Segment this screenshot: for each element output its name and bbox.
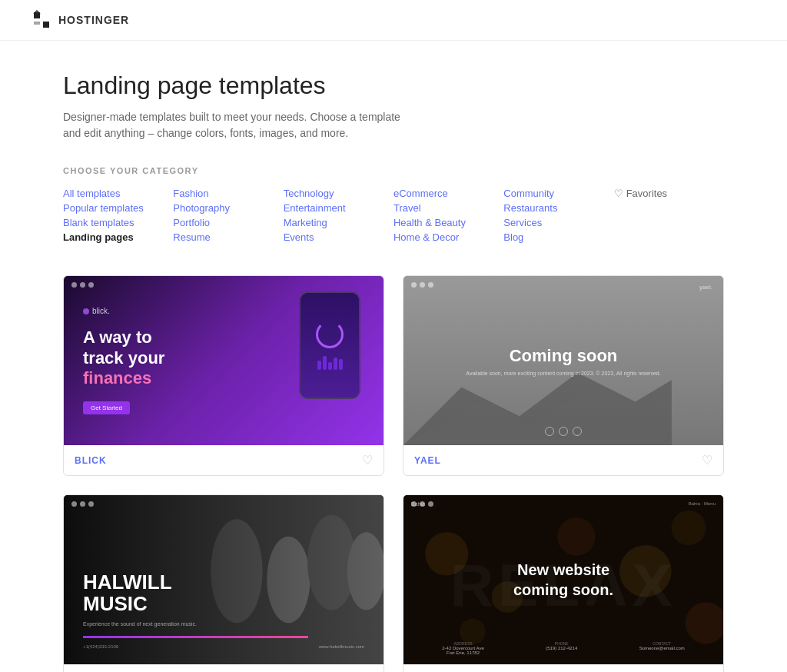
favorite-button-yael[interactable]: ♡ — [702, 453, 712, 467]
yael-preview-content: yael. Coming soon Available soon, more e… — [403, 276, 723, 445]
preview-dots-halwill — [71, 501, 94, 507]
category-favorites[interactable]: ♡ Favorites — [614, 186, 724, 201]
yael-logo: yael. — [699, 284, 712, 291]
page-title: Landing page templates — [63, 72, 724, 100]
preview-dots-blick — [71, 282, 94, 288]
blick-phone-mockup — [299, 291, 360, 399]
template-card-halwill[interactable]: HALWILLMUSIC Experience the sound of nex… — [63, 494, 384, 672]
category-restaurants[interactable]: Restaurants — [503, 201, 613, 215]
header: HOSTINGER — [0, 0, 787, 41]
favorites-label: Favorites — [626, 188, 667, 199]
category-photography[interactable]: Photography — [173, 201, 283, 215]
heart-icon: ♡ — [614, 188, 623, 199]
category-blog[interactable]: Blog — [503, 230, 613, 245]
category-landing-pages[interactable]: Landing pages — [63, 230, 173, 245]
category-ecommerce[interactable]: eCommerce — [394, 186, 503, 201]
blick-logo: blick. — [83, 307, 110, 315]
category-community[interactable]: Community — [503, 186, 613, 201]
template-footer-halwill: HALWILL ♡ — [64, 664, 384, 672]
yael-headline: Coming soon — [466, 346, 660, 366]
bahia-addr-2: Phone (519) 212-4214 — [546, 641, 577, 655]
category-col-2: Fashion Photography Portfolio Resume — [173, 186, 283, 245]
template-footer-bahia: BAHIA ♡ — [403, 664, 723, 672]
category-col-6: ♡ Favorites — [614, 186, 724, 245]
category-col-3: Technology Entertainment Marketing Event… — [284, 186, 394, 245]
main-content: Landing page templates Designer-made tem… — [48, 41, 739, 672]
blick-cta: Get Started — [83, 401, 130, 414]
category-technology[interactable]: Technology — [284, 186, 394, 201]
bahia-headline: New websitecoming soon. — [513, 560, 613, 600]
templates-grid: blick. A way totrack yourfinances Get St… — [63, 275, 724, 672]
category-col-1: All templates Popular templates Blank te… — [63, 186, 173, 245]
category-blank-templates[interactable]: Blank templates — [63, 215, 173, 230]
template-name-yael: YAEL — [414, 455, 441, 466]
category-marketing[interactable]: Marketing — [284, 215, 394, 230]
preview-dots-yael — [411, 282, 433, 288]
template-preview-halwill: HALWILLMUSIC Experience the sound of nex… — [64, 495, 384, 664]
hostinger-logo-icon — [31, 9, 52, 31]
category-travel[interactable]: Travel — [394, 201, 503, 215]
bahia-logo: Bahia — [411, 501, 425, 507]
category-popular-templates[interactable]: Popular templates — [63, 201, 173, 215]
category-resume[interactable]: Resume — [173, 230, 283, 245]
category-entertainment[interactable]: Entertainment — [284, 201, 394, 215]
template-preview-blick: blick. A way totrack yourfinances Get St… — [64, 276, 384, 445]
blick-preview-content: blick. A way totrack yourfinances Get St… — [64, 276, 384, 445]
bahia-nav: Bahia · Menu — [689, 501, 716, 506]
halwill-text-content: HALWILLMUSIC Experience the sound of nex… — [83, 571, 364, 649]
template-footer-blick: BLICK ♡ — [64, 445, 384, 475]
template-card-blick[interactable]: blick. A way totrack yourfinances Get St… — [63, 275, 384, 476]
page-subtitle: Designer-made templates built to meet yo… — [63, 109, 409, 141]
bahia-text-content: New websitecoming soon. — [513, 560, 613, 600]
yael-subtext: Available soon, more exciting content co… — [466, 371, 660, 376]
halwill-title: HALWILLMUSIC — [83, 571, 364, 615]
category-events[interactable]: Events — [284, 230, 394, 245]
template-preview-yael: yael. Coming soon Available soon, more e… — [403, 276, 723, 445]
category-health-beauty[interactable]: Health & Beauty — [394, 215, 503, 230]
bahia-preview-content: RELAX Bahia Bahia · Menu New websitecomi… — [403, 495, 723, 664]
category-col-4: eCommerce Travel Health & Beauty Home & … — [394, 186, 503, 245]
logo-text: HOSTINGER — [58, 14, 129, 26]
halwill-contact-row: +1(424)333-2109 www.halwillmusic.com — [83, 644, 364, 649]
template-card-bahia[interactable]: RELAX Bahia Bahia · Menu New websitecomi… — [403, 494, 724, 672]
template-name-blick: BLICK — [75, 455, 107, 466]
logo[interactable]: HOSTINGER — [31, 9, 129, 31]
halwill-preview-content: HALWILLMUSIC Experience the sound of nex… — [64, 495, 384, 664]
template-card-yael[interactable]: yael. Coming soon Available soon, more e… — [403, 275, 724, 476]
halwill-bar — [83, 636, 308, 638]
bahia-addr-1: Address 2-42 Dovercourt AveFort Erie, 11… — [442, 641, 484, 655]
category-all-templates[interactable]: All templates — [63, 186, 173, 201]
category-services[interactable]: Services — [503, 215, 613, 230]
yael-text: Coming soon Available soon, more excitin… — [466, 346, 660, 376]
template-preview-bahia: RELAX Bahia Bahia · Menu New websitecomi… — [403, 495, 723, 664]
category-grid: All templates Popular templates Blank te… — [63, 186, 724, 245]
category-col-5: Community Restaurants Services Blog — [503, 186, 613, 245]
blick-headline: A way totrack yourfinances — [83, 328, 164, 388]
favorite-button-blick[interactable]: ♡ — [362, 453, 373, 467]
category-fashion[interactable]: Fashion — [173, 186, 283, 201]
halwill-subtext: Experience the sound of next generation … — [83, 621, 364, 627]
bahia-addr-3: Contact Someone@email.com — [639, 641, 685, 655]
yael-social-icons — [545, 427, 582, 436]
halwill-phone: +1(424)333-2109 — [83, 644, 118, 649]
category-section-label: CHOOSE YOUR CATEGORY — [63, 166, 724, 175]
category-home-decor[interactable]: Home & Decor — [394, 230, 503, 245]
bahia-address-row: Address 2-42 Dovercourt AveFort Erie, 11… — [403, 641, 723, 655]
category-section: CHOOSE YOUR CATEGORY All templates Popul… — [63, 166, 724, 245]
category-portfolio[interactable]: Portfolio — [173, 215, 283, 230]
halwill-url: www.halwillmusic.com — [319, 644, 364, 649]
template-footer-yael: YAEL ♡ — [403, 445, 723, 475]
